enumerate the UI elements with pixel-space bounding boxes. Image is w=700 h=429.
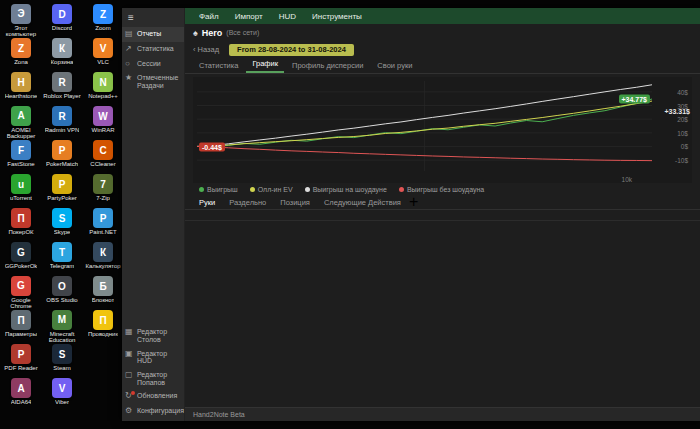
desktop-icon[interactable]: ППроводник [84,310,122,343]
main-content: ФайлИмпортHUDИнструменты ♠ Hero (Все сет… [185,8,700,421]
app-icon: P [52,174,72,194]
sidebar-item-label: Обновления [137,392,177,400]
hamburger-menu-icon[interactable]: ≡ [122,10,184,27]
app-icon: П [93,310,113,330]
report-tabs: РукиРаздельноПозицияСледующие Действия+ [185,195,700,210]
app-icon: u [11,174,31,194]
sidebar-item-reports[interactable]: ▤Отчеты [122,27,184,42]
app-icon: F [11,140,31,160]
winnings-chart[interactable]: 40$30$20$10$0$-10$+34.77$+33.31$-0.44$ 1… [193,77,692,183]
sidebar-item-marked-hands[interactable]: ★Отмеченные Раздачи [122,71,184,92]
desktop-icon-label: Paint.NET [89,229,116,235]
desktop-icon[interactable]: NNotepad++ [84,72,122,105]
legend-label: Выигрыш без шоудауна [407,186,484,193]
report-tab-Следующие Действия[interactable]: Следующие Действия [318,197,407,208]
legend-label: Выигрыш на шоудауне [313,186,387,193]
menu-item[interactable]: Инструменты [304,12,370,21]
desktop-icon-label: Steam [53,365,70,371]
legend-item[interactable]: Выигрыш [199,186,238,193]
desktop-icon[interactable]: ППокерОК [2,208,40,241]
legend-item[interactable]: Олл-ин EV [250,186,293,193]
report-tab-Руки[interactable]: Руки [193,197,221,208]
sidebar-item-label: Отчеты [137,30,161,38]
desktop-icon[interactable]: ККорзина [43,38,81,71]
tab-Статистика[interactable]: Статистика [193,59,244,73]
report-tab-Раздельно[interactable]: Раздельно [223,197,272,208]
desktop-icon[interactable]: TTelegram [43,242,81,275]
date-range-filter[interactable]: From 28-08-2024 to 31-08-2024 [229,44,354,56]
desktop-icon[interactable]: SSkype [43,208,81,241]
sidebar-item-popup-editor[interactable]: ▢Редактор Попапов [122,368,184,389]
configuration-icon: ⚙ [125,407,134,416]
tab-График[interactable]: График [246,57,284,73]
legend-item[interactable]: Выигрыш на шоудауне [305,186,387,193]
sidebar-item-table-editor[interactable]: ▦Редактор Столов [122,325,184,346]
app-icon: C [93,140,113,160]
desktop-icon[interactable]: OOBS Studio [43,276,81,309]
desktop-icon-label: OBS Studio [46,297,77,303]
desktop-icon-label: Калькулятор [85,263,120,269]
menu-item[interactable]: Файл [191,12,227,21]
desktop-icon-label: VLC [97,59,109,65]
desktop-icon[interactable]: AAIDA64 [2,378,40,411]
desktop-icon[interactable]: AAOMEI Backupper [2,106,40,139]
desktop-icon[interactable]: 77-Zip [84,174,122,207]
add-report-tab-button[interactable]: + [409,193,418,211]
update-badge [131,391,135,395]
desktop-icon[interactable]: ZZona [2,38,40,71]
desktop-icon[interactable]: SSteam [43,344,81,377]
desktop-icon-label: Roblox Player [43,93,80,99]
desktop-icon-label: Discord [52,25,72,31]
report-tab-Позиция[interactable]: Позиция [274,197,316,208]
desktop-icon[interactable]: ППараметры [2,310,40,343]
y-axis-tick: 10$ [677,129,688,136]
sidebar-item-updates[interactable]: ↻Обновления [122,389,184,404]
desktop-icon[interactable]: VViber [43,378,81,411]
hands-table-header [185,210,700,221]
tab-Свои руки[interactable]: Свои руки [371,59,418,73]
desktop-icon-label: Google Chrome [2,297,40,309]
desktop-icon[interactable]: HHearthstone [2,72,40,105]
desktop-icon[interactable]: GGoogle Chrome [2,276,40,309]
statistics-icon: ↗ [125,45,134,54]
desktop-icon-label: Корзина [51,59,74,65]
app-icon: S [52,208,72,228]
desktop-icon[interactable]: RRoblox Player [43,72,81,105]
tab-Профиль дисперсии[interactable]: Профиль дисперсии [286,59,369,73]
desktop-icon-label: Telegram [50,263,75,269]
desktop-icon[interactable]: CCCleaner [84,140,122,173]
app-icon: P [52,140,72,160]
app-icon: К [93,242,113,262]
marked-hands-icon: ★ [125,74,134,83]
desktop-icon[interactable]: uuTorrent [2,174,40,207]
desktop-icon[interactable]: PPokerMatch [43,140,81,173]
desktop-icon[interactable]: WWinRAR [84,106,122,139]
desktop-icon-column: ЭЭтот компьютерZZonaHHearthstoneAAOMEI B… [2,4,40,411]
sidebar-item-statistics[interactable]: ↗Статистика [122,42,184,57]
desktop-icon-column: DDiscordККорзинаRRoblox PlayerRRadmin VP… [43,4,81,411]
sidebar-item-hud-editor[interactable]: ▣Редактор HUD [122,347,184,368]
sidebar-item-label: Отмеченные Раздачи [137,74,181,89]
menu-item[interactable]: HUD [271,12,304,21]
desktop-icon[interactable]: RRadmin VPN [43,106,81,139]
desktop-icon[interactable]: VVLC [84,38,122,71]
desktop-icon[interactable]: ККалькулятор [84,242,122,275]
desktop-icon[interactable]: MMinecraft Education [43,310,81,343]
legend-item[interactable]: Выигрыш без шоудауна [399,186,484,193]
menu-item[interactable]: Импорт [227,12,271,21]
desktop-icon[interactable]: ЭЭтот компьютер [2,4,40,37]
desktop-icon[interactable]: PPDF Reader [2,344,40,377]
desktop-icon[interactable]: ZZoom [84,4,122,37]
desktop-icon[interactable]: FFastStone [2,140,40,173]
desktop-icon[interactable]: ББлокнот [84,276,122,309]
back-button[interactable]: ‹ Назад [193,45,219,54]
desktop-icon[interactable]: PPartyPoker [43,174,81,207]
desktop-icon[interactable]: GGGPokerOk [2,242,40,275]
sidebar-item-configuration[interactable]: ⚙Конфигурация [122,404,184,419]
app-icon: V [52,378,72,398]
desktop-icon[interactable]: DDiscord [43,4,81,37]
desktop-icon[interactable]: PPaint.NET [84,208,122,241]
desktop-icon-label: Zoom [95,25,110,31]
sidebar-item-sessions[interactable]: ○Сессии [122,57,184,72]
legend-dot [305,187,310,192]
